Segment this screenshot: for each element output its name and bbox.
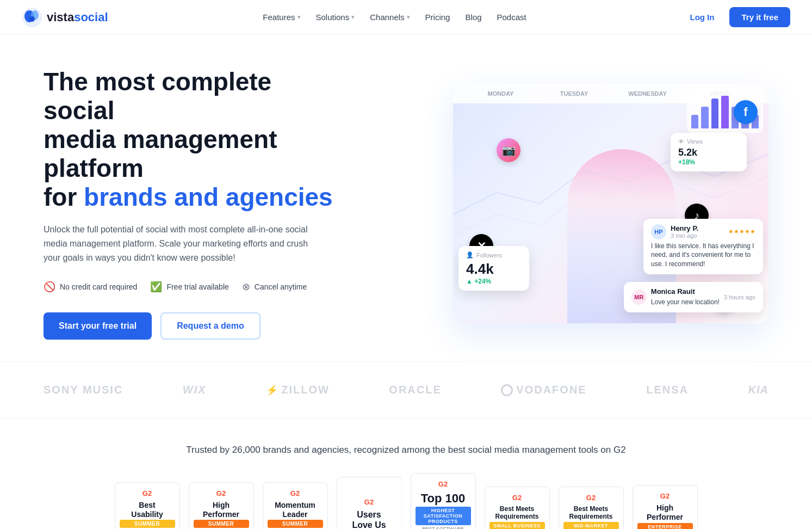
review-card-2: MR Monica Rauit Love your new location! … [624,282,763,312]
no-credit-card-icon: 🚫 [44,281,55,293]
navigation: vistasocial Features ▾ Solutions ▾ Chann… [0,0,812,35]
reviewer-1-stars: ★★★★★ [728,228,755,235]
nav-blog[interactable]: Blog [465,13,481,22]
hero-title: The most complete social media managemen… [44,67,348,211]
reviewer-1-time: 3 min ago [671,232,698,239]
review-card-1: HP Henry P. 3 min ago ★★★★★ I like this … [643,219,763,274]
try-free-button[interactable]: Try it free [729,7,790,27]
badge-no-cc: 🚫 No credit card required [44,281,137,293]
badge-high-performer-enterprise: G2 HighPerformer Enterprise SUMMER 2024 [633,485,698,529]
badge-best-meets-mid: G2 Best MeetsRequirements Mid-Market SUM… [559,487,624,529]
nav-links: Features ▾ Solutions ▾ Channels ▾ Pricin… [263,13,526,22]
logo-text: vistasocial [47,10,108,24]
nav-channels[interactable]: Channels ▾ [370,13,410,22]
followers-icon: 👤 [466,251,474,259]
reviewer-1-text: I like this service. It has everything I… [651,242,755,269]
partners-section: SONY MUSIC WiX ⚡ Zillow ORACLE vodafone … [0,361,812,419]
free-trial-icon: ✅ [150,281,162,293]
badge-best-meets-small: G2 Best MeetsRequirements Small Business… [485,487,550,529]
badge-cancel: ⊗ Cancel anytime [242,281,307,293]
reviewer-2-message: Love your new location! [651,298,720,307]
instagram-icon: 📷 [497,138,520,162]
nav-podcast[interactable]: Podcast [497,13,526,22]
views-card: 👁 Views 5.2k +18% [671,133,747,171]
chevron-down-icon: ▾ [407,14,410,21]
nav-solutions[interactable]: Solutions ▾ [316,13,355,22]
svg-point-3 [29,16,35,22]
partner-sony: SONY MUSIC [44,384,123,396]
partner-vodafone: vodafone [501,384,586,396]
views-growth: +18% [678,158,739,166]
dashboard-mockup: MONDAY TUESDAY WEDNESDAY FRIDAY [453,84,768,323]
trusted-headline: Trusted by 26,000 brands and agencies, r… [44,445,768,456]
login-button[interactable]: Log In [681,8,723,26]
trusted-section: Trusted by 26,000 brands and agencies, r… [0,419,812,529]
start-trial-button[interactable]: Start your free trial [44,312,152,340]
facebook-icon: f [734,100,758,124]
logo-icon [22,7,42,28]
badge-free-trial: ✅ Free trial available [150,281,228,293]
reviewer-2-name: Monica Rauit [651,287,720,296]
followers-value: 4.4k [466,261,522,278]
badge-users-love-us: G2 UsersLove Us [337,477,402,529]
hero-content: The most complete social media managemen… [44,67,348,340]
bar-3 [711,99,718,128]
hero-description: Unlock the full potential of social with… [44,223,315,266]
day-monday: MONDAY [464,90,537,97]
partner-lensa: LENSA [646,384,689,396]
partner-oracle: ORACLE [389,384,441,396]
views-value: 5.2k [678,147,697,158]
bar-4 [721,96,728,128]
request-demo-button[interactable]: Request a demo [160,312,261,340]
reviewer-2-time: 3 hours ago [724,294,755,300]
partner-kia: KIA [748,384,768,396]
day-wednesday: WEDNESDAY [611,90,684,97]
chevron-down-icon: ▾ [351,14,355,21]
hero-buttons: Start your free trial Request a demo [44,312,348,340]
bar-2 [701,107,708,128]
badges-row: G2 BestUsability SUMMER 2024 G2 HighPerf… [44,473,768,529]
nav-features[interactable]: Features ▾ [263,13,300,22]
followers-growth: ▲ +24% [466,278,522,285]
partner-wix: WiX [183,384,207,396]
chevron-down-icon: ▾ [297,14,301,21]
followers-card: 👤 Followers 4.4k ▲ +24% [458,246,529,291]
hero-section: The most complete social media managemen… [0,35,812,361]
views-icon: 👁 [678,138,684,145]
bar-1 [691,115,698,128]
partner-zillow: ⚡ Zillow [266,384,330,396]
vodafone-circle-icon [501,384,513,396]
badge-high-performer: G2 HighPerformer SUMMER 2024 [189,482,254,529]
day-tuesday: TUESDAY [537,90,611,97]
badge-momentum-leader: G2 MomentumLeader SUMMER 2024 [263,482,328,529]
badge-top-100: G2 Top 100 Highest Satisfaction Products… [411,473,476,529]
reviewer-1-avatar: HP [651,224,666,239]
reviewer-2-avatar: MR [631,290,647,305]
cancel-icon: ⊗ [242,281,250,293]
reviewer-1-name: Henry P. [671,224,698,232]
hero-dashboard-area: MONDAY TUESDAY WEDNESDAY FRIDAY [453,84,768,323]
badge-best-usability: G2 BestUsability SUMMER 2024 [115,482,180,529]
nav-pricing[interactable]: Pricing [425,13,450,22]
hero-badges: 🚫 No credit card required ✅ Free trial a… [44,281,348,293]
nav-actions: Log In Try it free [681,7,790,27]
logo[interactable]: vistasocial [22,7,108,28]
